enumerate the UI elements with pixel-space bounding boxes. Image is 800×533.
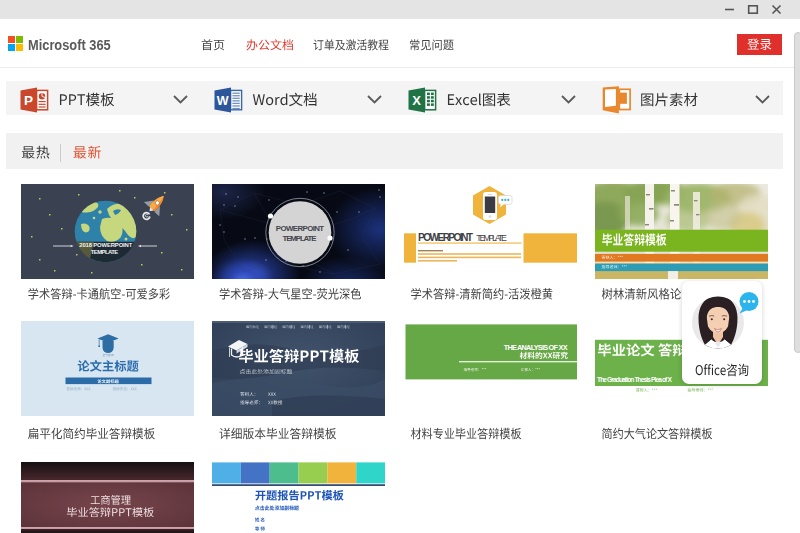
svg-text:2018 POWERPOINT: 2018 POWERPOINT [79,242,132,248]
svg-text:POWERPOINT: POWERPOINT [276,224,325,233]
svg-text:P: P [24,93,33,108]
svg-text:POWERPOINT: POWERPOINT [418,232,474,243]
svg-text:X: X [412,93,421,108]
svg-text:TEMPLATE: TEMPLATE [476,233,507,243]
svg-text:TEMPLATE: TEMPLATE [283,234,317,243]
svg-text:W: W [217,94,229,108]
svg-text:THE ANALYSIS OF XX: THE ANALYSIS OF XX [503,343,567,352]
svg-text:TEMPLATE: TEMPLATE [91,249,119,255]
svg-text:The Graduation Thesis Plea of: The Graduation Thesis Plea of X [597,376,672,383]
